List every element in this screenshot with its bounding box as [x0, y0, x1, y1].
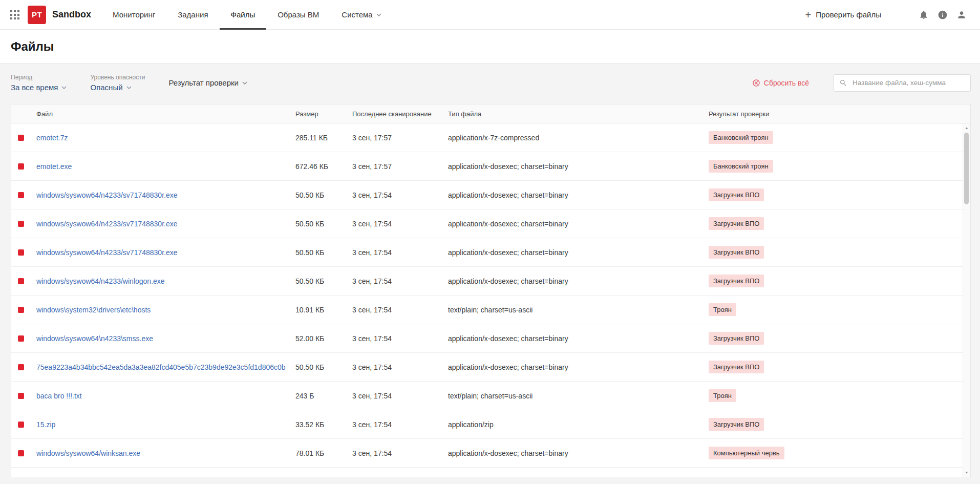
file-link[interactable]: 15.zip — [36, 420, 55, 429]
nav-vm-images[interactable]: Образы ВМ — [266, 0, 330, 30]
col-file-type: Тип файла — [448, 110, 709, 118]
table-row: windows/syswow64/n4233/sv71748830r.exe 5… — [11, 209, 970, 238]
file-cell: windows/syswow64/n4233/sv71748830r.exe — [36, 220, 295, 228]
col-last-scan: Последнее сканирование — [352, 110, 448, 118]
file-link[interactable]: windows/syswow64/winksan.exe — [36, 449, 140, 457]
file-type: application/x-dosexec; charset=binary — [448, 334, 709, 343]
file-link[interactable]: windows/syswow64/n4233/sv71748830r.exe — [36, 220, 178, 228]
danger-status-icon — [18, 278, 24, 284]
file-link[interactable]: baca bro !!!.txt — [36, 392, 82, 400]
scan-time: 3 сен, 17:54 — [352, 392, 448, 400]
search-box — [834, 74, 971, 92]
verdict-badge: Загрузчик ВПО — [709, 246, 764, 259]
file-link[interactable]: windows\syswow64\n4233\smss.exe — [36, 334, 153, 343]
verdict-badge: Троян — [709, 303, 736, 316]
verdict-cell: Загрузчик ВПО — [709, 418, 970, 431]
verdict-cell: Загрузчик ВПО — [709, 275, 970, 287]
verdict-badge: Загрузчик ВПО — [709, 217, 764, 230]
verdict-cell: Троян — [709, 303, 970, 316]
nav-system[interactable]: Система — [330, 0, 392, 30]
verdict-cell: Компьютерный червь — [709, 447, 970, 459]
chevron-down-icon — [61, 86, 67, 89]
verdict-badge: Банковский троян — [709, 160, 773, 173]
filter-danger-level[interactable]: Уровень опасности Опасный — [90, 74, 145, 92]
file-link[interactable]: windows\system32\drivers\etc\hosts — [36, 306, 151, 314]
file-type: text/plain; charset=us-ascii — [448, 306, 709, 314]
status-cell — [11, 450, 36, 456]
file-size: 672.46 КБ — [295, 162, 352, 171]
table-row: windows/syswow64/n4233/sv71748830r.exe 5… — [11, 238, 970, 267]
verdict-badge: Троян — [709, 389, 736, 402]
scan-time: 3 сен, 17:54 — [352, 449, 448, 457]
notifications-bell-icon[interactable] — [919, 10, 929, 20]
file-size: 10.91 КБ — [295, 306, 352, 314]
nav-tasks[interactable]: Задания — [166, 0, 219, 30]
file-link[interactable]: emotet.exe — [36, 162, 72, 171]
table-row: windows/syswow64/winksan.exe 78.01 КБ 3 … — [11, 439, 970, 468]
file-link[interactable]: windows/syswow64/n4233/sv71748830r.exe — [36, 248, 178, 257]
file-cell: 15.zip — [36, 420, 295, 429]
file-link[interactable]: emotet.7z — [36, 134, 68, 142]
status-cell — [11, 249, 36, 256]
search-input[interactable] — [851, 78, 965, 87]
file-link[interactable]: windows/syswow64/n4233/winlogon.exe — [36, 277, 165, 285]
nav-files[interactable]: Файлы — [220, 0, 267, 30]
status-cell — [11, 422, 36, 428]
verdict-badge: Банковский троян — [709, 131, 773, 144]
status-cell — [11, 278, 36, 284]
verdict-badge: Загрузчик ВПО — [709, 275, 764, 287]
file-size: 50.50 КБ — [295, 363, 352, 371]
main-nav: Мониторинг Задания Файлы Образы ВМ Систе… — [101, 0, 393, 30]
filter-period[interactable]: Период За все время — [11, 74, 67, 92]
file-type: application/zip — [448, 420, 709, 429]
file-table-body: emotet.7z 285.11 КБ 3 сен, 17:57 applica… — [11, 123, 970, 468]
verdict-cell: Загрузчик ВПО — [709, 246, 970, 259]
col-size: Размер — [295, 110, 352, 118]
scroll-up-arrow-icon[interactable]: ▲ — [963, 124, 970, 132]
verdict-cell: Загрузчик ВПО — [709, 217, 970, 230]
filter-verdict-dropdown[interactable]: Результат проверки — [168, 78, 247, 87]
file-type: application/x-dosexec; charset=binary — [448, 449, 709, 457]
scan-time: 3 сен, 17:54 — [352, 363, 448, 371]
file-type: application/x-dosexec; charset=binary — [448, 248, 709, 257]
nav-system-label: Система — [342, 10, 372, 19]
scroll-down-arrow-icon[interactable]: ▼ — [963, 469, 970, 476]
table-row: emotet.7z 285.11 КБ 3 сен, 17:57 applica… — [11, 123, 970, 152]
danger-status-icon — [18, 135, 24, 141]
table-row: 15.zip 33.52 КБ 3 сен, 17:54 application… — [11, 410, 970, 439]
file-type: application/x-dosexec; charset=binary — [448, 220, 709, 228]
status-cell — [11, 335, 36, 342]
reset-filters-label: Сбросить всё — [764, 79, 809, 87]
verdict-badge: Загрузчик ВПО — [709, 418, 764, 431]
apps-grid-icon[interactable] — [10, 10, 19, 19]
table-row: windows/syswow64/n4233/winlogon.exe 50.5… — [11, 267, 970, 296]
nav-monitoring[interactable]: Мониторинг — [101, 0, 166, 30]
file-link[interactable]: windows/syswow64/n4233/sv71748830r.exe — [36, 191, 178, 199]
danger-status-icon — [18, 307, 24, 313]
user-profile-icon[interactable] — [956, 10, 967, 20]
top-bar: PT Sandbox Мониторинг Задания Файлы Обра… — [0, 0, 980, 30]
file-size: 52.00 КБ — [295, 334, 352, 343]
info-icon[interactable] — [938, 10, 948, 20]
status-cell — [11, 364, 36, 370]
nav-monitoring-label: Мониторинг — [113, 10, 155, 19]
file-cell: baca bro !!!.txt — [36, 392, 295, 400]
file-link[interactable]: 75ea9223a4b34bbc542ea5da3a3ea82fcd405e5b… — [36, 363, 286, 371]
table-row: emotet.exe 672.46 КБ 3 сен, 17:57 applic… — [11, 152, 970, 181]
status-cell — [11, 393, 36, 399]
col-file: Файл — [36, 110, 295, 118]
file-type: application/x-dosexec; charset=binary — [448, 191, 709, 199]
status-cell — [11, 135, 36, 141]
file-size: 50.50 КБ — [295, 220, 352, 228]
file-size: 50.50 КБ — [295, 191, 352, 199]
file-cell: windows/syswow64/n4233/sv71748830r.exe — [36, 248, 295, 257]
file-cell: windows/syswow64/n4233/sv71748830r.exe — [36, 191, 295, 199]
filter-verdict-label: Результат проверки — [168, 78, 239, 87]
table-scrollbar[interactable]: ▲ ▼ — [963, 123, 970, 477]
reset-filters-button[interactable]: Сбросить всё — [752, 79, 809, 87]
filter-danger-value: Опасный — [90, 83, 122, 92]
scrollbar-thumb[interactable] — [964, 133, 969, 204]
danger-status-icon — [18, 422, 24, 428]
scan-time: 3 сен, 17:54 — [352, 334, 448, 343]
check-files-button[interactable]: + Проверить файлы — [805, 10, 881, 20]
